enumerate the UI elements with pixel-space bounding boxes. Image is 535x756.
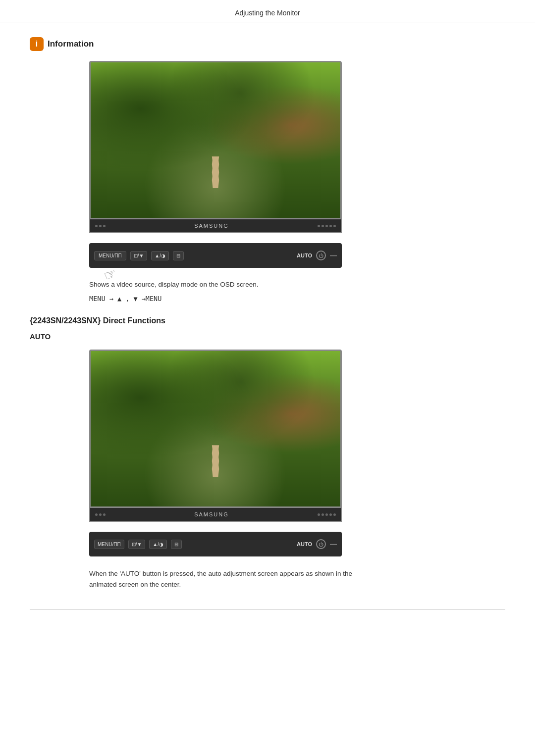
auto-label-2[interactable]: AUTO bbox=[297, 541, 312, 547]
control-bar-1: MENU/ΠΠ ⊡/▼ ▲/◑ ⊟ AUTO ⏻ — ☞ bbox=[89, 243, 342, 268]
information-section-title: i Information bbox=[30, 37, 505, 51]
monitor-bezel-2: SAMSUNG bbox=[89, 508, 342, 522]
power-button-1[interactable]: ⏻ bbox=[316, 251, 326, 260]
updown-button-1[interactable]: ⊡/▼ bbox=[130, 251, 148, 260]
updown-button-2[interactable]: ⊡/▼ bbox=[128, 540, 146, 549]
power-button-2[interactable]: ⏻ bbox=[316, 539, 326, 549]
source-button-2[interactable]: ⊟ bbox=[171, 540, 182, 549]
page-title: Adjusting the Monitor bbox=[235, 9, 300, 17]
brightness-button-1[interactable]: ▲/◑ bbox=[151, 251, 169, 260]
minus-button-2[interactable]: — bbox=[330, 540, 337, 548]
page-footer bbox=[30, 609, 505, 614]
bezel-dots-2 bbox=[95, 513, 106, 516]
bezel-dots-right-1 bbox=[318, 225, 336, 227]
control-bar-2: MENU/ΠΠ ⊡/▼ ▲/◑ ⊟ AUTO ⏻ — bbox=[89, 532, 342, 556]
information-heading: Information bbox=[48, 39, 94, 49]
monitor-image-1: SAMSUNG bbox=[89, 61, 505, 233]
info-icon: i bbox=[30, 37, 44, 51]
auto-description: When the 'AUTO' button is pressed, the a… bbox=[89, 568, 386, 590]
bezel-dots-1 bbox=[95, 225, 106, 227]
monitor-image-2: SAMSUNG bbox=[89, 350, 505, 522]
screen-background-2 bbox=[91, 351, 340, 506]
page-content: i Information SAMSUNG MENU/ΠΠ ⊡/▼ bbox=[0, 22, 535, 609]
screen-background-1 bbox=[91, 62, 340, 218]
control-bar-wrap-2: MENU/ΠΠ ⊡/▼ ▲/◑ ⊟ AUTO ⏻ — bbox=[89, 532, 505, 556]
page-header: Adjusting the Monitor bbox=[0, 0, 535, 22]
brightness-button-2[interactable]: ▲/◑ bbox=[149, 540, 167, 549]
auto-heading: AUTO bbox=[30, 332, 505, 341]
auto-label-1[interactable]: AUTO bbox=[297, 252, 312, 258]
samsung-logo-1: SAMSUNG bbox=[106, 223, 318, 229]
info-menu-path: MENU → ▲ , ▼ →MENU bbox=[89, 295, 505, 302]
monitor-bezel-1: SAMSUNG bbox=[89, 219, 342, 233]
monitor-screen-2 bbox=[89, 350, 342, 508]
bezel-dots-right-2 bbox=[318, 513, 336, 516]
monitor-screen-1 bbox=[89, 61, 342, 219]
menu-button-2[interactable]: MENU/ΠΠ bbox=[94, 540, 124, 549]
minus-button-1[interactable]: — bbox=[330, 252, 337, 259]
menu-button-1[interactable]: MENU/ΠΠ bbox=[94, 251, 126, 260]
control-bar-wrap-1: MENU/ΠΠ ⊡/▼ ▲/◑ ⊟ AUTO ⏻ — ☞ bbox=[89, 243, 505, 268]
samsung-logo-2: SAMSUNG bbox=[106, 511, 318, 517]
direct-functions-heading: {2243SN/2243SNX} Direct Functions bbox=[30, 316, 505, 325]
source-button-1[interactable]: ⊟ bbox=[173, 251, 184, 260]
info-description: Shows a video source, display mode on th… bbox=[89, 280, 505, 290]
